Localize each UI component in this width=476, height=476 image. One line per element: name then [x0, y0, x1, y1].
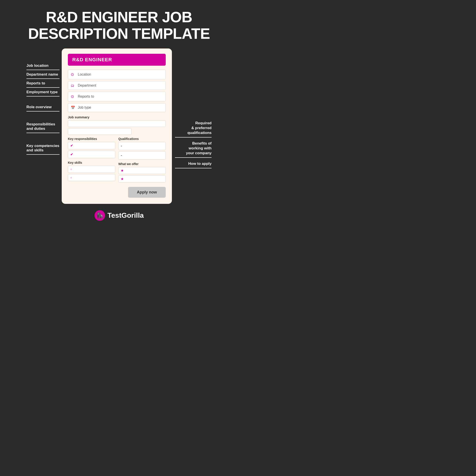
- responsibilities-col-label: Key responsibilities: [68, 137, 115, 141]
- responsibilities-col: Key responsibilities ✔ ✔ Key skills ○ ○: [68, 137, 115, 184]
- reports-to-label: Reports to: [78, 95, 94, 99]
- right-label-benefits: Benefits of working with your company: [175, 139, 212, 158]
- key-skills-col-label: Key skills: [68, 161, 115, 164]
- job-summary-label: Job summary: [68, 115, 166, 119]
- qualifications-col-label: Qualifications: [118, 137, 166, 141]
- two-col-section: Key responsibilities ✔ ✔ Key skills ○ ○ …: [68, 137, 166, 184]
- responsibility-item-2: ✔: [68, 151, 115, 158]
- circle-icon-2: ○: [70, 176, 72, 179]
- left-label-department-name: Department name: [26, 70, 60, 79]
- location-label: Location: [78, 72, 91, 76]
- right-label-qualifications: Required & preferred qualifications: [175, 119, 212, 137]
- left-labels-panel: Job location Department name Reports to …: [26, 49, 62, 155]
- footer: 🦍 TestGorilla: [0, 206, 238, 221]
- right-labels-panel: Required & preferred qualifications Bene…: [172, 49, 212, 170]
- qualification-item-1: -: [118, 142, 166, 150]
- what-we-offer-col-label: What we offer: [118, 162, 166, 166]
- left-label-employment-type: Employment type: [26, 88, 60, 97]
- dash-icon-1: -: [121, 144, 122, 148]
- calendar-icon: 📅: [71, 105, 76, 110]
- job-form-card: R&D ENGINEER ⊙ Location 🗂 Department ⊙ R…: [62, 49, 172, 204]
- page-title: R&D ENGINEER JOB DESCRIPTION TEMPLATE: [0, 0, 238, 46]
- check-icon-1: ✔: [70, 144, 73, 148]
- check-icon-2: ✔: [70, 153, 73, 156]
- offer-item-1: ★: [118, 167, 166, 174]
- form-title: R&D ENGINEER: [72, 57, 112, 62]
- responsibility-item-1: ✔: [68, 142, 115, 149]
- skill-item-2: ○: [68, 174, 115, 181]
- apply-row: Apply now: [68, 187, 166, 198]
- department-label: Department: [78, 84, 96, 87]
- svg-text:🦍: 🦍: [96, 212, 103, 219]
- department-icon: 🗂: [71, 84, 76, 87]
- dash-icon-2: -: [121, 153, 122, 158]
- qualifications-col: Qualifications - - What we offer ★ ★: [118, 137, 166, 184]
- gorilla-icon: 🦍: [94, 210, 105, 221]
- left-label-job-location: Job location: [26, 62, 60, 70]
- person-icon: ⊙: [71, 94, 76, 99]
- left-label-reports-to: Reports to: [26, 79, 60, 88]
- job-summary-line-2: [68, 128, 132, 135]
- location-icon: ⊙: [71, 72, 76, 77]
- job-type-label: Job type: [78, 105, 91, 110]
- job-summary-line-1: [68, 120, 166, 127]
- qualification-item-2: -: [118, 151, 166, 160]
- brand-name: TestGorilla: [107, 211, 144, 220]
- left-label-role-overview: Role overview: [26, 103, 60, 112]
- star-icon-1: ★: [121, 169, 124, 172]
- left-label-responsibilities: Responsibilities and duties: [26, 120, 60, 133]
- circle-icon-1: ○: [70, 168, 72, 171]
- right-label-how-to-apply: How to apply: [175, 160, 212, 168]
- location-field-row: ⊙ Location: [68, 70, 166, 79]
- reports-to-field-row: ⊙ Reports to: [68, 92, 166, 101]
- left-label-key-competencies: Key competencies and skills: [26, 142, 60, 155]
- form-title-bar: R&D ENGINEER: [68, 54, 166, 66]
- job-type-field-row: 📅 Job type: [68, 103, 166, 112]
- apply-now-button[interactable]: Apply now: [128, 187, 166, 198]
- star-icon-2: ★: [121, 177, 124, 181]
- skill-item-1: ○: [68, 166, 115, 173]
- brand-logo: 🦍 TestGorilla: [94, 210, 144, 221]
- department-field-row: 🗂 Department: [68, 81, 166, 90]
- offer-item-2: ★: [118, 175, 166, 183]
